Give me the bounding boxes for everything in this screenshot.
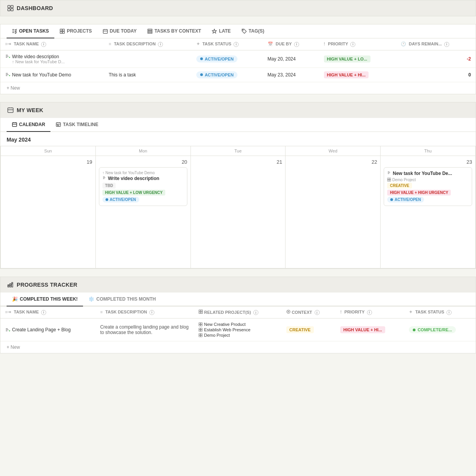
- calendar-tab-icon: [12, 122, 17, 127]
- svg-rect-32: [199, 328, 201, 330]
- today-badge: 22: [289, 159, 377, 165]
- tab-tasks-by-context[interactable]: TASKS BY CONTEXT: [142, 24, 206, 38]
- project-icon-2: [199, 328, 203, 332]
- tab-calendar[interactable]: CALENDAR: [7, 118, 50, 132]
- cal-header-mon: Mon: [96, 146, 191, 156]
- open-tasks-tabs: OPEN TASKS PROJECTS DUE TODAY: [0, 24, 476, 38]
- progress-icon: [7, 282, 14, 288]
- cal-cell-19: 19: [1, 156, 96, 268]
- task-icon-1: [5, 54, 10, 59]
- svg-rect-37: [201, 334, 202, 335]
- tab-open-tasks[interactable]: OPEN TASKS: [7, 24, 54, 38]
- project-list: New Creative Product Establish Web Prese…: [199, 322, 277, 338]
- tab-task-timeline[interactable]: TASK TIMELINE: [50, 118, 104, 132]
- svg-rect-29: [201, 323, 202, 324]
- svg-rect-16: [388, 178, 389, 180]
- my-week-title: MY WEEK: [17, 107, 43, 113]
- cal-event-23-1[interactable]: New task for YouTube De... Demo Project …: [384, 167, 472, 206]
- cal-day-20: 20: [99, 159, 187, 165]
- svg-rect-24: [201, 310, 203, 311]
- tab-due-today[interactable]: DUE TODAY: [97, 24, 142, 38]
- cal-header-wed: Wed: [286, 146, 381, 156]
- cal-event-title-2: New task for YouTube De...: [387, 171, 469, 176]
- pt-status-1: COMPLETE/RE...: [404, 318, 476, 341]
- svg-rect-31: [201, 324, 202, 326]
- svg-rect-38: [199, 335, 201, 337]
- priority-info: i: [350, 42, 355, 47]
- pt-task-icon: [5, 327, 10, 332]
- svg-rect-5: [62, 29, 64, 31]
- svg-rect-35: [201, 330, 202, 331]
- cal-day-19: 19: [4, 159, 92, 165]
- tab-late[interactable]: LATE: [206, 24, 236, 38]
- svg-rect-36: [199, 334, 201, 335]
- open-tasks-section: OPEN TASKS PROJECTS DUE TODAY: [0, 24, 476, 94]
- project-item-1: New Creative Product: [199, 322, 277, 327]
- context-icon: [286, 310, 291, 314]
- task-desc-cell-2: This is a task: [104, 68, 191, 82]
- cal-day-21: 21: [194, 159, 282, 165]
- cal-cell-20: 20 ↑ New task for YouTube Demo Write vid…: [96, 156, 191, 268]
- tab-completed-month[interactable]: ❄️ COMPLETED THIS MONTH: [83, 293, 161, 306]
- pt-col-priority: ! PRIORITY i: [336, 306, 404, 318]
- task-name-cell-1[interactable]: Write video description ↑ New task for Y…: [0, 50, 104, 68]
- cal-header-sun: Sun: [1, 146, 96, 156]
- svg-rect-8: [103, 29, 107, 33]
- dashboard-icon: [7, 5, 14, 11]
- open-tasks-table: ≡⇥ TASK NAME i ≡ TASK DESCRIPTION i ✦ TA…: [0, 38, 476, 82]
- col-days-remain: 🕐 DAYS REMAIN... i: [396, 38, 476, 50]
- pt-task-desc-1: Create a compelling landing page and blo…: [95, 318, 194, 341]
- svg-rect-3: [11, 9, 13, 11]
- add-new-task[interactable]: + New: [0, 82, 476, 94]
- task-days-cell-2: 0: [396, 68, 476, 82]
- project-item-3: Demo Project: [199, 333, 277, 338]
- task-desc-info: i: [158, 42, 163, 47]
- progress-tracker-header: PROGRESS TRACKER: [0, 277, 476, 293]
- pt-task-desc-info: i: [149, 310, 154, 315]
- pt-projects-info: i: [253, 310, 258, 315]
- task-due-cell-1: May 20, 2024: [263, 50, 319, 68]
- task-status-cell-1: ACTIVE/OPEN: [192, 50, 263, 68]
- task-priority-cell-2: HIGH VALUE + HI...: [319, 68, 396, 82]
- svg-rect-19: [389, 180, 391, 181]
- cal-cell-22: 22: [286, 156, 381, 268]
- pt-row-1: Create Landing Page + Blog Create a comp…: [0, 318, 476, 341]
- tab-tags[interactable]: TAG(S): [236, 24, 270, 38]
- pt-context-1: CREATIVE: [282, 318, 336, 341]
- my-week-icon: [7, 107, 14, 113]
- event-task-icon-2: [387, 171, 391, 175]
- dashboard-section: DASHBOARD: [0, 0, 476, 16]
- add-new-pt[interactable]: + New: [0, 341, 476, 353]
- progress-tracker-table: ≡⇥ TASK NAME i ≡ TASK DESCRIPTION i RELA…: [0, 306, 476, 342]
- pt-task-name-info: i: [41, 310, 46, 315]
- calendar-body: May 2024 Sun Mon Tue Wed Thu 19 20 ↑ New…: [0, 132, 476, 268]
- svg-rect-30: [199, 324, 201, 326]
- cal-event-20-1[interactable]: ↑ New task for YouTube Demo Write video …: [99, 167, 187, 206]
- task-name-cell-2[interactable]: New task for YouTube Demo: [0, 68, 104, 82]
- task-status-cell-2: ACTIVE/OPEN: [192, 68, 263, 82]
- svg-rect-13: [8, 108, 13, 113]
- days-remain-info: i: [444, 42, 449, 47]
- pt-col-context: CONTEXT i: [282, 306, 336, 318]
- pt-col-task-status: ✦ TASK STATUS i: [404, 306, 476, 318]
- calendar-month: May 2024: [0, 132, 476, 146]
- my-week-header: MY WEEK: [0, 102, 476, 118]
- project-icon-cal: [387, 178, 391, 182]
- col-task-status: ✦ TASK STATUS i: [192, 38, 263, 50]
- cal-event-tag-tbd: TBD: [102, 183, 116, 189]
- svg-rect-33: [201, 328, 202, 330]
- pt-status-info: i: [447, 310, 452, 315]
- cal-event-project-2: Demo Project: [387, 178, 469, 182]
- pt-col-related-projects: RELATED PROJECT(S) i: [194, 306, 282, 318]
- projects-icon: [199, 310, 203, 314]
- project-icon-1: [199, 322, 203, 326]
- tab-projects[interactable]: PROJECTS: [54, 24, 97, 38]
- svg-rect-4: [60, 29, 62, 31]
- tab-completed-week[interactable]: 🎉 COMPLETED THIS WEEK!: [7, 293, 83, 306]
- col-task-description: ≡ TASK DESCRIPTION i: [104, 38, 191, 50]
- pt-context-info: i: [315, 310, 320, 315]
- svg-rect-6: [60, 31, 62, 33]
- calendar-tabs: CALENDAR TASK TIMELINE: [0, 118, 476, 132]
- pt-task-name-1[interactable]: Create Landing Page + Blog: [0, 318, 95, 341]
- svg-rect-26: [201, 312, 203, 313]
